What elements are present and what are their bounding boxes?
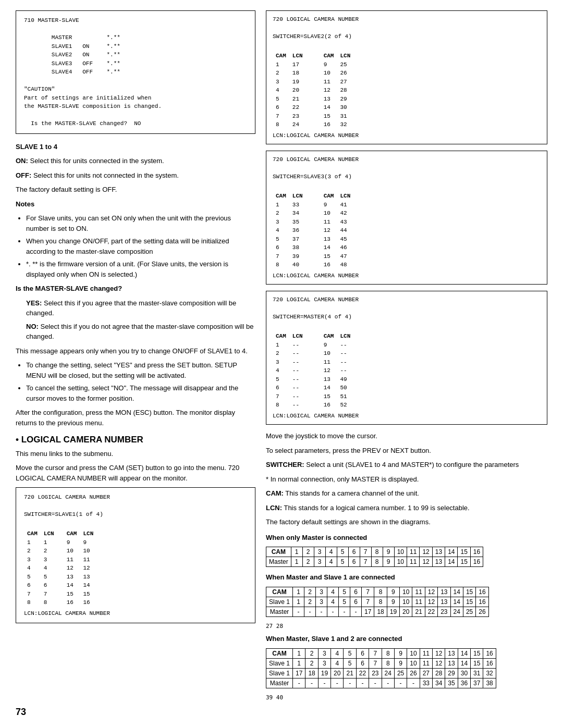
master-slave1-slave2-note: 39 40	[266, 694, 547, 702]
monitor-question: Is the MASTER-SLAVE changed? NO	[24, 119, 247, 128]
logical-camera-move-text: Move the cursor and press the CAM (SET) …	[16, 463, 255, 483]
slave-heading-text: SLAVE 1 to 4	[16, 143, 57, 151]
monitor-slave3: SLAVE3 OFF *.**	[24, 59, 247, 68]
normal-connection-note: * In normal connection, only MASTER is d…	[266, 474, 547, 485]
s1r8c2: 16	[64, 598, 80, 607]
monitor-slave1: SLAVE1 ON *.**	[24, 42, 247, 51]
left-column: 710 MASTER-SLAVE MASTER *.** SLAVE1 ON *…	[16, 10, 255, 706]
slave1-monitor-box: 720 LOGICAL CAMERA NUMBER SWITCHER=SLAVE…	[16, 487, 255, 623]
s1r1l1: 1	[41, 538, 57, 547]
ms-changed-heading: Is the MASTER-SLAVE changed?	[16, 283, 255, 294]
s1r1c1: 1	[24, 538, 41, 547]
master4-blank2	[273, 322, 541, 330]
master4-lcn-note: LCN:LOGICAL CAMERA NUMBER	[273, 412, 541, 421]
s1r7l1: 7	[41, 590, 57, 599]
slave3-blank	[273, 164, 541, 173]
slave-factory-default: The factory default setting is OFF.	[16, 184, 255, 195]
message-note: This message appears only when you try t…	[16, 346, 255, 356]
master-slave-monitor-box: 710 MASTER-SLAVE MASTER *.** SLAVE1 ON *…	[16, 10, 255, 134]
monitor-blank3	[24, 111, 247, 120]
slave-on-label: ON:	[16, 157, 28, 165]
switcher-para: SWITCHER: Select a unit (SLAVE1 to 4 and…	[266, 460, 547, 470]
master-slave1-slave2-table: CAM 1234 5678 9101112 13141516 Slave 1 1…	[266, 648, 496, 688]
cam-para: CAM: This stands for a camera channel of…	[266, 488, 547, 499]
no-text: Select this if you do not agree that the…	[26, 323, 253, 341]
master-only-heading-text: When only Master is connected	[266, 534, 367, 541]
slave2-blank	[273, 24, 541, 33]
master4-inner-table: CAMLCN CAMLCN 1--9-- 2--10-- 3--11-- 4--…	[273, 332, 353, 410]
slave1-hdr-lcn2: LCN	[80, 529, 96, 538]
yes-label: YES:	[26, 299, 42, 307]
logical-camera-title-text: • LOGICAL CAMERA NUMBER	[16, 435, 143, 445]
master-slave1-note: 27 28	[266, 622, 547, 631]
ms-changed-heading-text: Is the MASTER-SLAVE changed?	[16, 285, 122, 292]
slave-on-text: Select this for units connected in the s…	[30, 157, 164, 165]
lcn-text: This stands for a logical camera number.…	[284, 504, 469, 512]
s1r8c1: 8	[24, 598, 41, 607]
s1r5c1: 5	[24, 573, 41, 582]
lcn-bold: LCN:	[266, 504, 282, 512]
select-params-text: To select parameters, press the PREV or …	[266, 446, 547, 456]
slave3-inner-table: CAMLCN CAMLCN 133941 2341042 3351143 436…	[273, 192, 353, 269]
s1r1c2: 9	[64, 538, 80, 547]
s1r6l2: 14	[80, 581, 96, 590]
s1r7c1: 7	[24, 590, 41, 599]
notes-list: For Slave units, you can set ON only whe…	[26, 213, 255, 279]
s1r4l1: 4	[41, 564, 57, 573]
s1r6c2: 14	[64, 581, 80, 590]
s1r4c1: 4	[24, 564, 41, 573]
slave3-blank2	[273, 181, 541, 190]
changed-bullets: To change the setting, select "YES" and …	[26, 360, 255, 403]
s1r4l2: 12	[80, 564, 96, 573]
s1r2c1: 2	[24, 547, 41, 556]
monitor-slave4: SLAVE4 OFF *.**	[24, 68, 247, 77]
slave2-title: 720 LOGICAL CAMERA NUMBER	[273, 15, 541, 24]
slave1-box-title: 720 LOGICAL CAMERA NUMBER	[24, 493, 247, 502]
page-number: 73	[16, 707, 26, 718]
s1r3c2: 11	[64, 556, 80, 564]
no-para: NO: Select this if you do not agree that…	[26, 322, 255, 342]
monitor-title-710: 710 MASTER-SLAVE	[24, 16, 247, 25]
s1r7l2: 15	[80, 590, 96, 599]
no-label: NO:	[26, 323, 39, 330]
monitor-caution: "CAUTION"	[24, 85, 247, 94]
s1r2l2: 10	[80, 547, 96, 556]
s1r8l2: 16	[80, 598, 96, 607]
s1r1l2: 9	[80, 538, 96, 547]
s1r5l1: 5	[41, 573, 57, 582]
slave1-hdr-sp	[57, 529, 64, 538]
monitor-caution-line2: the MASTER-SLAVE composition is changed.	[24, 102, 247, 111]
logical-camera-title: • LOGICAL CAMERA NUMBER	[16, 433, 255, 447]
logical-camera-intro: This menu links to the submenu.	[16, 449, 255, 459]
s1r3c1: 3	[24, 556, 41, 564]
s1r6c1: 6	[24, 581, 41, 590]
slave1-box-blank	[24, 502, 247, 511]
slave1-inner-table: CAM LCN CAM LCN 1199 221010 331111 44121…	[24, 529, 96, 607]
slave-on-para: ON: Select this for units connected in t…	[16, 156, 255, 166]
slave3-monitor-box: 720 LOGICAL CAMERA NUMBER SWITCHER=SLAVE…	[266, 151, 547, 285]
slave-off-para: OFF: Select this for units not connected…	[16, 170, 255, 181]
slave3-title: 720 LOGICAL CAMERA NUMBER	[273, 155, 541, 164]
master-slave1-slave2-heading: When Master, Slave 1 and 2 are connected	[266, 634, 547, 644]
slave-off-text: Select this for units not connected in t…	[33, 171, 179, 179]
monitor-blank2	[24, 77, 247, 85]
lcn-para: LCN: This stands for a logical camera nu…	[266, 503, 547, 513]
slave2-lcn-note: LCN:LOGICAL CAMERA NUMBER	[273, 131, 541, 140]
switcher-bold: SWITCHER:	[266, 461, 304, 468]
slave3-switcher: SWITCHER=SLAVE3(3 of 4)	[273, 172, 541, 181]
after-config: After the configuration, press the MON (…	[16, 408, 255, 428]
slave2-switcher: SWITCHER=SLAVE2(2 of 4)	[273, 32, 541, 41]
monitor-slave2: SLAVE2 ON *.**	[24, 51, 247, 59]
master-slave1-heading: When Master and Slave 1 are connected	[266, 572, 547, 583]
master4-monitor-box: 720 LOGICAL CAMERA NUMBER SWITCHER=MASTE…	[266, 291, 547, 425]
s1r8l1: 8	[41, 598, 57, 607]
s1r7c2: 15	[64, 590, 80, 599]
notes-item-2: When you change ON/OFF, part of the sett…	[26, 236, 255, 256]
slave1-box-blank2	[24, 519, 247, 528]
switcher-text: Select a unit (SLAVE1 to 4 and MASTER*) …	[306, 461, 519, 468]
yes-para: YES: Select this if you agree that the m…	[26, 298, 255, 318]
monitor-caution-line1: Part of settings are initialized when	[24, 94, 247, 103]
master4-switcher: SWITCHER=MASTER(4 of 4)	[273, 313, 541, 322]
notes-item-3: *. ** is the firmware version of a unit.…	[26, 259, 255, 279]
master-slave1-table: CAM 1234 5678 9101112 13141516 Slave 1 1…	[266, 587, 489, 617]
